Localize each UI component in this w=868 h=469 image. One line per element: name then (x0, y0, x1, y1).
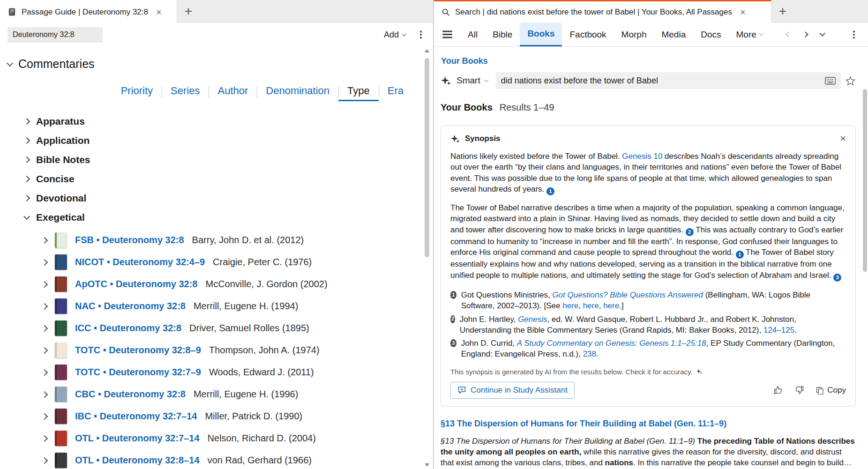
tree-group-exegetical[interactable]: Exegetical (0, 208, 433, 227)
chevron-right-icon[interactable] (41, 303, 48, 309)
search-tab-docs[interactable]: Docs (693, 22, 728, 46)
resource-row[interactable]: FSB • Deuteronomy 32:8Barry, John D. et … (0, 229, 433, 251)
resource-link[interactable]: ApOTC • Deuteronomy 32:8 (75, 279, 197, 290)
thumbs-up-icon[interactable] (773, 385, 783, 395)
resource-link[interactable]: OTL • Deuteronomy 32:8–14 (75, 455, 200, 466)
favorite-star-icon[interactable] (845, 75, 856, 86)
inline-link[interactable]: here (603, 301, 619, 310)
scroll-down-arrow[interactable] (425, 463, 429, 467)
your-books-link[interactable]: Your Books (441, 56, 488, 66)
menu-button[interactable] (442, 30, 455, 40)
continue-study-assistant-button[interactable]: Continue in Study Assistant (450, 382, 575, 399)
resource-row[interactable]: ICC • Deuteronomy 32:8Driver, Samuel Rol… (0, 317, 433, 339)
close-tab-icon[interactable]: × (740, 7, 746, 17)
tab-passage-guide[interactable]: Passage Guide | Deuteronomy 32:8 × (0, 0, 177, 22)
resource-row[interactable]: OTL • Deuteronomy 32:7–14Nelson, Richard… (0, 427, 433, 449)
filter-tab-series[interactable]: Series (162, 85, 209, 101)
citation-marker[interactable]: 1 (546, 187, 554, 195)
scrollbar-thumb[interactable] (425, 58, 429, 257)
search-tab-bible[interactable]: Bible (485, 22, 520, 46)
resource-link[interactable]: TOTC • Deuteronomy 32:7–9 (75, 367, 201, 378)
resource-row[interactable]: NICOT • Deuteronomy 32:4–9Craigie, Peter… (0, 251, 433, 273)
tree-group-devotional[interactable]: Devotional (0, 188, 433, 208)
commentaries-section-header[interactable]: Commentaries (7, 57, 433, 71)
result-title-link[interactable]: §13 The Dispersion of Humans for Their B… (441, 419, 726, 429)
scroll-up-arrow[interactable] (425, 49, 429, 52)
citation-marker[interactable]: 3 (833, 274, 841, 282)
resource-row[interactable]: TOTC • Deuteronomy 32:7–9Woods, Edward J… (0, 361, 433, 383)
inline-link[interactable]: Genesis 10 (622, 152, 662, 161)
filter-tab-era[interactable]: Era (379, 85, 412, 101)
chevron-right-icon[interactable] (41, 347, 48, 353)
keyboard-icon[interactable] (825, 77, 836, 85)
filter-tab-type[interactable]: Type (338, 85, 379, 101)
thumbs-down-icon[interactable] (794, 385, 804, 395)
resource-link[interactable]: NICOT • Deuteronomy 32:4–9 (75, 257, 205, 268)
citation-marker[interactable]: 2 (686, 228, 694, 236)
search-mode-selector[interactable]: Smart (456, 75, 480, 86)
resource-link[interactable]: ICC • Deuteronomy 32:8 (75, 323, 181, 334)
resource-row[interactable]: CBC • Deuteronomy 32:8Merrill, Eugene H.… (0, 383, 433, 405)
filter-tab-priority[interactable]: Priority (112, 85, 162, 101)
chevron-right-icon[interactable] (41, 325, 48, 331)
search-toolbar: AllBibleBooksFactbookMorphMediaDocsMore (434, 22, 868, 47)
chevron-right-icon[interactable] (41, 391, 48, 397)
chevron-right-icon[interactable] (41, 413, 48, 419)
resource-link[interactable]: IBC • Deuteronomy 32:7–14 (75, 411, 197, 422)
inline-link[interactable]: here (583, 301, 599, 310)
chevron-down-icon[interactable] (484, 77, 488, 82)
resource-row[interactable]: TOTC • Deuteronomy 32:8–9Thompson, John … (0, 339, 433, 361)
chevron-right-icon[interactable] (41, 237, 48, 243)
resource-link[interactable]: NAC • Deuteronomy 32:8 (75, 301, 186, 312)
tree-group-bible-notes[interactable]: Bible Notes (0, 150, 433, 169)
back-icon[interactable] (786, 31, 792, 37)
chevron-right-icon[interactable] (41, 435, 48, 441)
resource-row[interactable]: ApOTC • Deuteronomy 32:8McConville, J. G… (0, 273, 433, 295)
resource-link[interactable]: FSB • Deuteronomy 32:8 (75, 235, 184, 246)
inline-link[interactable]: 124–125 (763, 326, 794, 335)
resource-row[interactable]: OTL • Deuteronomy 32:8–14von Rad, Gerhar… (0, 449, 433, 469)
citation-marker[interactable]: 1 (736, 251, 744, 259)
left-scrollbar[interactable] (423, 47, 431, 469)
history-chevron-icon[interactable] (819, 30, 825, 37)
add-button[interactable]: Add (384, 30, 406, 40)
resource-link[interactable]: OTL • Deuteronomy 32:7–14 (75, 433, 200, 444)
search-tab-media[interactable]: Media (654, 22, 693, 46)
tree-group-application[interactable]: Application (0, 131, 433, 150)
filter-tab-denomination[interactable]: Denomination (257, 85, 338, 101)
search-tab-morph[interactable]: Morph (614, 22, 654, 46)
resource-row[interactable]: NAC • Deuteronomy 32:8Merrill, Eugene H.… (0, 295, 433, 317)
inline-link[interactable]: 238 (583, 350, 596, 358)
resource-row[interactable]: IBC • Deuteronomy 32:7–14Miller, Patrick… (0, 405, 433, 427)
copy-button[interactable]: Copy (816, 386, 846, 395)
inline-link[interactable]: Genesis (518, 315, 547, 324)
search-tab-more[interactable]: More (729, 22, 771, 46)
chevron-right-icon[interactable] (41, 369, 48, 375)
filter-tab-author[interactable]: Author (209, 85, 257, 101)
inline-link[interactable]: Got Questions? Bible Questions Answered (552, 290, 703, 299)
tab-search[interactable]: Search | did nations exist before the to… (434, 0, 771, 22)
tree-group-apparatus[interactable]: Apparatus (0, 112, 433, 131)
panel-menu-button[interactable] (416, 30, 426, 40)
right-scrollbar[interactable] (863, 47, 868, 469)
chevron-right-icon[interactable] (41, 457, 48, 463)
inline-link[interactable]: here (562, 301, 578, 310)
close-tab-icon[interactable]: × (156, 7, 162, 17)
tree-group-concise[interactable]: Concise (0, 169, 433, 188)
inline-link[interactable]: A Study Commentary on Genesis: Genesis 1… (517, 339, 706, 348)
new-tab-button[interactable]: + (177, 0, 200, 22)
chevron-right-icon[interactable] (41, 259, 48, 265)
resource-link[interactable]: TOTC • Deuteronomy 32:8–9 (75, 345, 201, 356)
new-tab-button[interactable]: + (771, 0, 794, 22)
search-tab-factbook[interactable]: Factbook (562, 22, 614, 46)
search-tab-books[interactable]: Books (520, 22, 562, 46)
chevron-right-icon[interactable] (41, 281, 48, 287)
forward-icon[interactable] (802, 31, 808, 37)
search-input[interactable]: did nations exist before the tower of Ba… (496, 72, 841, 89)
close-synopsis-icon[interactable]: × (840, 134, 846, 144)
resource-link[interactable]: CBC • Deuteronomy 32:8 (75, 389, 186, 400)
scrollbar-thumb[interactable] (863, 89, 867, 272)
passage-reference-input[interactable]: Deuteronomy 32:8 (7, 27, 103, 43)
search-tab-all[interactable]: All (460, 22, 485, 46)
panel-menu-button[interactable] (849, 30, 859, 40)
